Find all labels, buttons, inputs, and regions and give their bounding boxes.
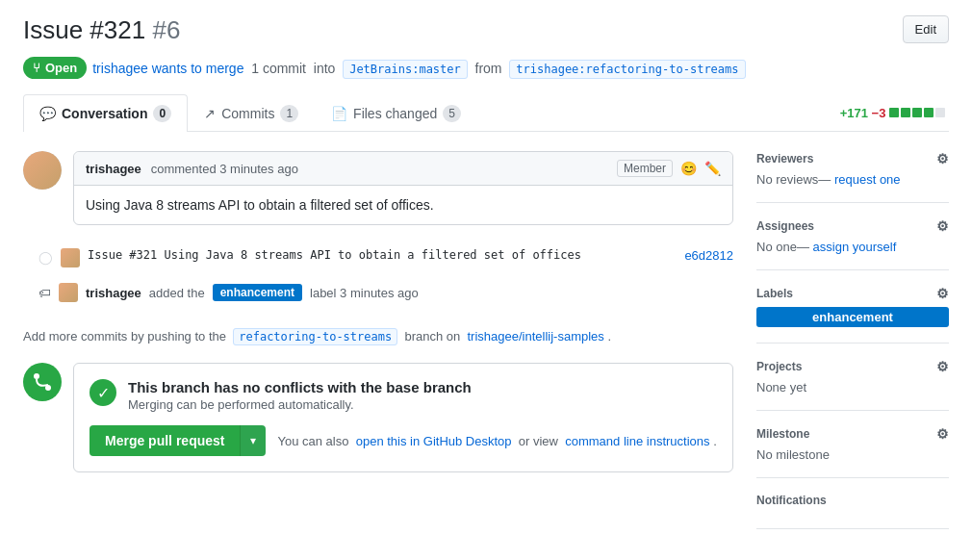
tab-conversation[interactable]: 💬 Conversation 0 [23, 94, 188, 132]
command-line-link[interactable]: command line instructions [565, 434, 709, 448]
milestone-gear-icon[interactable]: ⚙ [936, 426, 949, 442]
merge-icon: ⑂ [33, 61, 40, 75]
assignees-title: Assignees ⚙ [756, 218, 949, 234]
projects-text: None yet [756, 380, 806, 395]
edit-button[interactable]: Edit [903, 15, 949, 43]
activity-action: added the [149, 286, 205, 300]
diff-bar-3 [912, 108, 922, 117]
reviewers-gear-icon[interactable]: ⚙ [936, 151, 949, 166]
labels-section: Labels ⚙ enhancement [756, 270, 949, 344]
comment-box: trishagee commented 3 minutes ago Member… [73, 151, 733, 225]
page-container: Issue #321 #6 Edit ⑂ Open trishagee want… [0, 0, 972, 560]
diff-deletions: −3 [872, 106, 886, 120]
projects-label: Projects [756, 360, 802, 373]
sidebar: Reviewers ⚙ No reviews— request one Assi… [756, 151, 949, 529]
tab-files-label: Files changed [353, 106, 437, 121]
diff-bar-5 [935, 108, 945, 117]
assignees-gear-icon[interactable]: ⚙ [936, 218, 949, 234]
labels-title: Labels ⚙ [756, 286, 949, 301]
reviewers-text: No reviews— [756, 172, 831, 187]
labels-content: enhancement [756, 307, 949, 327]
notifications-label: Notifications [756, 494, 827, 507]
edit-comment-icon[interactable]: ✏️ [704, 161, 721, 176]
badge-label: Open [45, 61, 77, 75]
comment-body: Using Java 8 streams API to obtain a fil… [74, 186, 732, 224]
projects-gear-icon[interactable]: ⚙ [936, 359, 949, 374]
labels-gear-icon[interactable]: ⚙ [936, 286, 949, 301]
merge-dropdown-button[interactable]: ▾ [240, 425, 266, 456]
comment-actions: Member 😊 ✏️ [617, 160, 721, 177]
tabs-bar: 💬 Conversation 0 ↗ Commits 1 📄 Files cha… [23, 94, 949, 132]
merge-btn-group: Merge pull request ▾ [90, 425, 266, 456]
conversation-count: 0 [153, 105, 171, 122]
head-branch-tag[interactable]: trishagee:refactoring-to-streams [509, 60, 745, 79]
github-desktop-link[interactable]: open this in GitHub Desktop [356, 434, 512, 448]
issue-number: #6 [152, 15, 180, 44]
merge-note: You can also open this in GitHub Desktop… [277, 434, 716, 448]
assign-yourself-link[interactable]: assign yourself [813, 240, 897, 254]
commit-ref: ◯ Issue #321 Using Java 8 streams API to… [23, 241, 733, 275]
content-area: trishagee commented 3 minutes ago Member… [23, 151, 733, 529]
merge-subtitle: Merging can be performed automatically. [128, 397, 472, 412]
commit-hash[interactable]: e6d2812 [684, 248, 733, 263]
author-link[interactable]: trishagee wants to merge [92, 61, 243, 76]
commit-count: 1 commit [251, 61, 306, 76]
info-prefix: Add more commits by pushing to the [23, 329, 226, 344]
comment-author-info: trishagee commented 3 minutes ago [86, 161, 298, 176]
info-repo-link[interactable]: trishagee/intellij-samples [467, 329, 603, 344]
tab-files-changed[interactable]: 📄 Files changed 5 [315, 94, 477, 132]
diff-bar-1 [889, 108, 899, 117]
member-badge: Member [617, 160, 673, 177]
merge-box: ✓ This branch has no conflicts with the … [73, 363, 733, 472]
request-review-link[interactable]: request one [834, 172, 901, 187]
tab-commits-label: Commits [221, 106, 274, 121]
activity-time: label 3 minutes ago [310, 286, 419, 300]
tab-commits[interactable]: ↗ Commits 1 [188, 94, 315, 132]
enhancement-pill[interactable]: enhancement [756, 307, 949, 327]
info-branch: refactoring-to-streams [233, 328, 397, 345]
notifications-section: Notifications [756, 478, 949, 529]
base-branch-tag[interactable]: JetBrains:master [343, 60, 468, 79]
notifications-title: Notifications [756, 494, 949, 507]
reviewers-content: No reviews— request one [756, 172, 949, 187]
merge-wrapper: ✓ This branch has no conflicts with the … [23, 363, 733, 472]
assignees-section: Assignees ⚙ No one— assign yourself [756, 203, 949, 270]
assignees-text: No one— [756, 240, 809, 254]
status-text: trishagee wants to merge 1 commit into J… [92, 61, 745, 76]
reviewers-label: Reviewers [756, 152, 813, 165]
svg-point-0 [34, 373, 39, 379]
emoji-icon[interactable]: 😊 [680, 161, 697, 176]
avatar-image [23, 151, 62, 190]
diff-stats: +171 −3 [840, 106, 949, 120]
commit-text: Issue #321 Using Java 8 streams API to o… [88, 248, 677, 262]
diff-additions: +171 [840, 106, 868, 120]
commit-author-avatar [61, 248, 80, 267]
tab-conversation-label: Conversation [62, 106, 147, 121]
status-bar: ⑂ Open trishagee wants to merge 1 commit… [23, 57, 949, 79]
git-merge-icon [31, 370, 54, 394]
activity-author: trishagee [86, 286, 141, 300]
info-middle: branch on [404, 329, 460, 344]
files-count: 5 [443, 105, 461, 122]
milestone-section: Milestone ⚙ No milestone [756, 411, 949, 478]
activity-item: 🏷 trishagee added the enhancement label … [23, 275, 733, 310]
projects-title: Projects ⚙ [756, 359, 949, 374]
commits-icon: ↗ [204, 106, 216, 121]
reviewers-title: Reviewers ⚙ [756, 151, 949, 166]
enhancement-label[interactable]: enhancement [213, 284, 302, 301]
activity-avatar [59, 283, 78, 302]
merge-pull-request-button[interactable]: Merge pull request [90, 425, 240, 456]
files-icon: 📄 [331, 106, 347, 121]
avatar [23, 151, 62, 190]
projects-content: None yet [756, 380, 949, 395]
labels-label: Labels [756, 287, 793, 300]
commit-dot: ◯ [38, 250, 53, 265]
merge-title: This branch has no conflicts with the ba… [128, 379, 472, 395]
diff-bar-4 [924, 108, 934, 117]
milestone-content: No milestone [756, 447, 949, 462]
comment-header: trishagee commented 3 minutes ago Member… [74, 152, 732, 186]
main-layout: trishagee commented 3 minutes ago Member… [23, 151, 949, 529]
label-activity-icon: 🏷 [38, 286, 51, 300]
merge-info: This branch has no conflicts with the ba… [128, 379, 472, 412]
diff-bar-2 [901, 108, 910, 117]
